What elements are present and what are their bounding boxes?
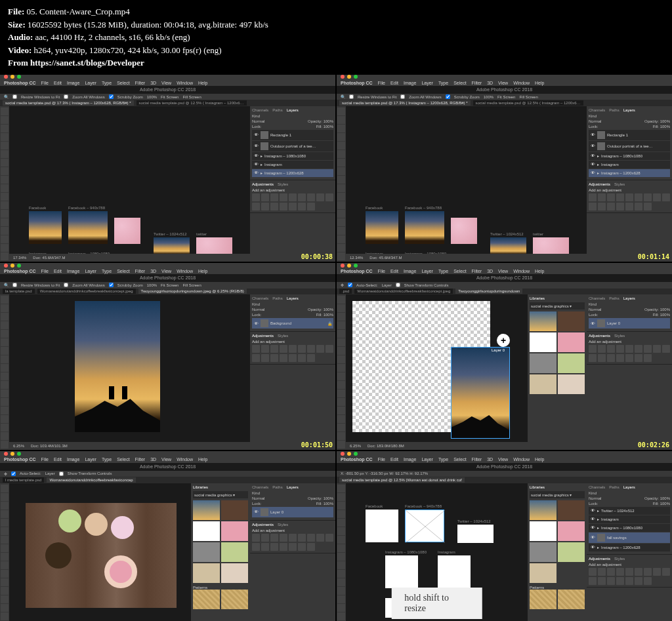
artboard-instagram[interactable]: [438, 555, 471, 588]
tool-15[interactable]: [1, 612, 9, 620]
tool-15[interactable]: [337, 235, 345, 243]
library-item[interactable]: [530, 332, 556, 352]
visibility-icon[interactable]: 👁: [590, 525, 595, 531]
fill-screen-button[interactable]: Fill Screen: [182, 283, 201, 287]
panel-tab-styles[interactable]: Styles: [614, 557, 625, 561]
panel-tab-styles[interactable]: Styles: [278, 334, 288, 338]
menu-edit[interactable]: Edit: [54, 457, 62, 462]
tool-3[interactable]: [337, 510, 345, 518]
tool-10[interactable]: [337, 570, 345, 578]
panel-tab-styles[interactable]: Styles: [278, 523, 288, 527]
scrubby-checkbox[interactable]: [109, 94, 114, 99]
menu-view[interactable]: View: [498, 81, 508, 85]
tool-15[interactable]: [1, 424, 9, 431]
adjustment-icon[interactable]: [598, 193, 606, 201]
adjustment-icon[interactable]: [280, 534, 287, 542]
document-tab[interactable]: l media template.psd: [3, 477, 44, 483]
close-icon[interactable]: [341, 264, 345, 268]
adjustment-icon[interactable]: [270, 345, 278, 353]
menu-select[interactable]: Select: [117, 81, 129, 85]
adjustment-icon[interactable]: [598, 345, 606, 353]
libraries-tab[interactable]: Libraries: [193, 485, 208, 489]
resize-checkbox[interactable]: [349, 94, 354, 99]
layer-dropdown[interactable]: Layer: [45, 471, 55, 475]
menu-help[interactable]: Help: [535, 269, 544, 273]
panel-tab-channels[interactable]: Channels: [589, 296, 605, 300]
adjustment-icon[interactable]: [261, 543, 269, 551]
adjustment-icon[interactable]: [326, 534, 333, 542]
tool-11[interactable]: [1, 578, 9, 586]
adjustment-icon[interactable]: [653, 193, 661, 201]
adjustment-icon[interactable]: [625, 568, 633, 576]
visibility-icon[interactable]: 👁: [590, 517, 595, 522]
menu-edit[interactable]: Edit: [54, 81, 62, 85]
menu-window[interactable]: Window: [177, 269, 193, 273]
panel-tab-channels[interactable]: Channels: [589, 108, 605, 112]
document-tab[interactable]: social media template.psd @ 12.5% ( Inst…: [136, 100, 247, 106]
menu-image[interactable]: Image: [67, 457, 79, 462]
menu-file[interactable]: File: [41, 81, 49, 85]
layer-dropdown[interactable]: Layer: [382, 283, 392, 287]
adjustment-icon[interactable]: [280, 193, 287, 201]
tool-0[interactable]: [337, 296, 345, 304]
tool-13[interactable]: [1, 218, 9, 226]
adjustment-icon[interactable]: [252, 543, 260, 551]
artboard-facebook[interactable]: [366, 510, 398, 542]
adjustment-icon[interactable]: [607, 193, 615, 201]
menu-layer[interactable]: Layer: [421, 269, 433, 273]
menu-window[interactable]: Window: [513, 269, 530, 273]
adjustment-icon[interactable]: [589, 345, 597, 353]
adjustment-icon[interactable]: [280, 203, 287, 210]
adjustment-icon[interactable]: [625, 345, 633, 353]
tool-14[interactable]: [337, 604, 345, 612]
adjustment-icon[interactable]: [307, 534, 315, 542]
tool-17[interactable]: [337, 252, 345, 260]
menu-3d[interactable]: 3D: [487, 457, 493, 462]
adjustment-icon[interactable]: [625, 193, 633, 201]
chevron-icon[interactable]: ▸: [597, 525, 599, 530]
visibility-icon[interactable]: 👁: [253, 132, 259, 138]
tool-15[interactable]: [337, 612, 345, 620]
adjustment-icon[interactable]: [298, 203, 306, 210]
adjustment-icon[interactable]: [280, 543, 287, 551]
menu-file[interactable]: File: [41, 457, 49, 462]
tool-5[interactable]: [1, 338, 9, 346]
app-menu[interactable]: Photoshop CC: [341, 457, 373, 462]
tool-8[interactable]: [337, 553, 345, 561]
tool-15[interactable]: [337, 424, 345, 431]
menu-layer[interactable]: Layer: [85, 81, 96, 85]
maximize-icon[interactable]: [17, 75, 21, 79]
tool-7[interactable]: [337, 544, 345, 552]
visibility-icon[interactable]: 👁: [590, 132, 595, 138]
menu-file[interactable]: File: [378, 457, 385, 462]
tool-8[interactable]: [1, 176, 9, 184]
library-dropdown[interactable]: social media graphics ▾: [530, 302, 585, 310]
visibility-icon[interactable]: 👁: [590, 545, 595, 550]
adjustment-icon[interactable]: [644, 203, 652, 210]
panel-tab-paths[interactable]: Paths: [272, 485, 282, 489]
panel-tab-channels[interactable]: Channels: [252, 485, 268, 489]
tool-10[interactable]: [1, 193, 9, 201]
artboard[interactable]: [451, 218, 477, 244]
close-icon[interactable]: [341, 75, 345, 79]
tool-1[interactable]: [337, 116, 345, 124]
artboard-instagram-1080[interactable]: [385, 555, 418, 588]
library-item[interactable]: [530, 542, 556, 562]
menu-type[interactable]: Type: [438, 81, 448, 85]
tool-9[interactable]: [337, 561, 345, 569]
tool-3[interactable]: [1, 510, 9, 518]
menu-view[interactable]: View: [161, 81, 171, 85]
app-menu[interactable]: Photoshop CC: [4, 457, 36, 462]
adjustment-icon[interactable]: [635, 345, 642, 353]
tool-8[interactable]: [337, 176, 345, 184]
layer-row[interactable]: 👁▸Instagram – 1080x1080: [589, 524, 670, 532]
panel-tab-paths[interactable]: Paths: [609, 108, 619, 112]
tool-2[interactable]: [1, 125, 9, 132]
layer-row[interactable]: 👁▸Instagram – 1080x1080: [252, 152, 333, 160]
tool-16[interactable]: [1, 244, 9, 252]
menu-filter[interactable]: Filter: [472, 81, 482, 85]
tool-4[interactable]: [1, 519, 9, 527]
library-item[interactable]: [558, 542, 585, 562]
menu-window[interactable]: Window: [177, 81, 193, 85]
adjustment-icon[interactable]: [316, 534, 324, 542]
